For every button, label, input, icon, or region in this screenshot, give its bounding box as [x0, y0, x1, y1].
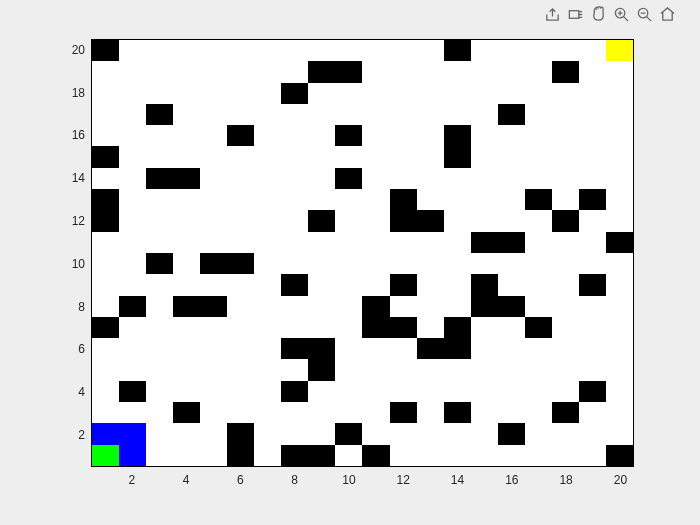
cell	[308, 274, 335, 295]
cell	[579, 40, 606, 61]
cell	[444, 232, 471, 253]
cell	[552, 317, 579, 338]
cell	[200, 168, 227, 189]
cell	[146, 104, 173, 125]
cell	[335, 232, 362, 253]
cell	[444, 210, 471, 231]
cell	[227, 40, 254, 61]
cell	[444, 445, 471, 466]
cell	[92, 61, 119, 82]
x-tick-label: 16	[505, 474, 518, 486]
cell	[254, 296, 281, 317]
cell	[552, 168, 579, 189]
figure-window: 2468101214161820 2468101214161820	[0, 0, 700, 525]
zoom-in-icon[interactable]	[613, 6, 630, 27]
cell	[119, 146, 146, 167]
cell	[498, 253, 525, 274]
cell	[362, 338, 389, 359]
cell	[200, 423, 227, 444]
cell	[92, 146, 119, 167]
cell	[498, 381, 525, 402]
cell	[200, 359, 227, 380]
cell	[335, 317, 362, 338]
cell	[390, 104, 417, 125]
cell	[308, 232, 335, 253]
cell	[227, 61, 254, 82]
cell	[471, 317, 498, 338]
cell	[552, 189, 579, 210]
x-tick-label: 10	[342, 474, 355, 486]
cell	[200, 210, 227, 231]
cell	[200, 232, 227, 253]
cell	[525, 104, 552, 125]
y-tick-label: 8	[55, 301, 85, 313]
cell	[227, 125, 254, 146]
cell	[471, 83, 498, 104]
y-tick-label: 10	[55, 258, 85, 270]
cell	[227, 168, 254, 189]
cell	[173, 232, 200, 253]
cell	[254, 168, 281, 189]
cell	[417, 296, 444, 317]
cell	[552, 232, 579, 253]
cell	[146, 317, 173, 338]
cell	[579, 104, 606, 125]
cell	[579, 210, 606, 231]
cell	[498, 146, 525, 167]
cell	[362, 423, 389, 444]
cell	[119, 296, 146, 317]
cell	[471, 402, 498, 423]
cell	[200, 125, 227, 146]
cell	[390, 168, 417, 189]
cell	[417, 381, 444, 402]
cell	[92, 296, 119, 317]
cell	[579, 253, 606, 274]
cell	[471, 210, 498, 231]
cell	[525, 125, 552, 146]
y-tick-label: 16	[55, 129, 85, 141]
cell	[173, 402, 200, 423]
cell	[173, 359, 200, 380]
cell	[606, 210, 633, 231]
cell	[146, 210, 173, 231]
zoom-out-icon[interactable]	[636, 6, 653, 27]
cell	[335, 445, 362, 466]
cell	[390, 210, 417, 231]
cell	[335, 274, 362, 295]
cell	[173, 423, 200, 444]
cell	[92, 338, 119, 359]
cell	[173, 146, 200, 167]
cell	[444, 381, 471, 402]
cell	[227, 210, 254, 231]
cell	[146, 125, 173, 146]
cell	[362, 402, 389, 423]
cell	[606, 146, 633, 167]
cell	[119, 168, 146, 189]
cell	[119, 381, 146, 402]
cell	[417, 104, 444, 125]
cell	[146, 338, 173, 359]
cell	[390, 232, 417, 253]
pan-icon[interactable]	[590, 6, 607, 27]
cell	[471, 359, 498, 380]
cell	[335, 296, 362, 317]
cell	[362, 296, 389, 317]
cell	[471, 104, 498, 125]
cell	[254, 423, 281, 444]
cell	[227, 423, 254, 444]
home-icon[interactable]	[659, 6, 676, 27]
cell	[92, 445, 119, 466]
share-icon[interactable]	[544, 6, 561, 27]
cell	[362, 253, 389, 274]
cell	[92, 189, 119, 210]
cell	[227, 104, 254, 125]
cell	[417, 232, 444, 253]
cell	[200, 104, 227, 125]
cell	[173, 296, 200, 317]
cell	[92, 210, 119, 231]
cell	[579, 83, 606, 104]
brush-icon[interactable]	[567, 6, 584, 27]
cell	[471, 125, 498, 146]
x-tick-label: 20	[614, 474, 627, 486]
cell	[498, 296, 525, 317]
